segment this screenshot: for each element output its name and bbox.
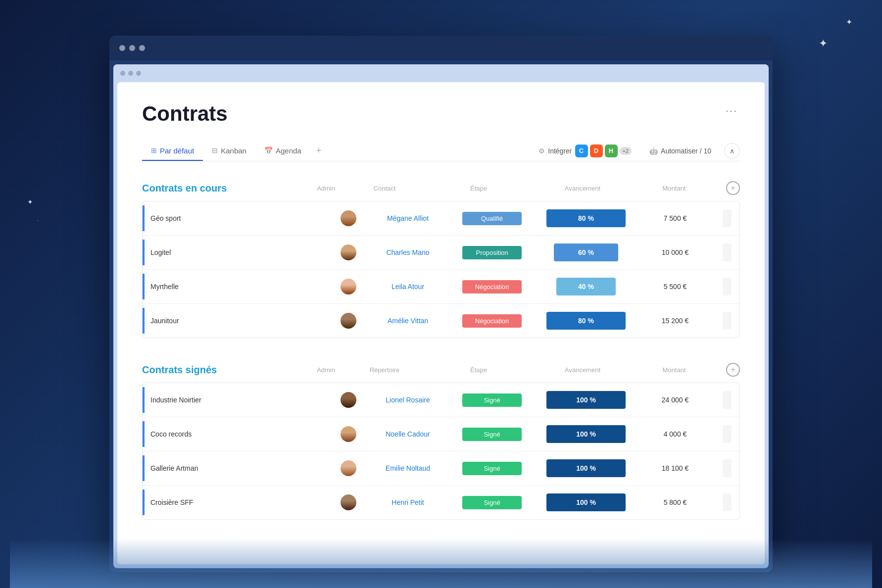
window-dot-3 — [139, 45, 145, 51]
etape-badge: Négociation — [462, 314, 522, 328]
avatar — [341, 279, 356, 294]
automatiser-button[interactable]: 🤖 Automatiser / 10 — [644, 144, 716, 158]
cell-avatar-1 — [329, 206, 368, 230]
cell-avancement-2: 60 % — [537, 240, 636, 265]
cell-name-geo-sport: Géo sport — [143, 201, 329, 235]
etape-badge: Proposition — [462, 246, 522, 259]
tab-kanban-icon: ⊟ — [212, 147, 218, 154]
col-header-avancement-2: Avancement — [533, 366, 632, 374]
cell-etape-s2: Signé — [447, 424, 537, 445]
table-row[interactable]: Géo sport Mégane Alliot Qualifié 80 % — [143, 201, 739, 236]
cell-empty-s4 — [715, 490, 739, 515]
star-decoration-2: ✦ — [819, 37, 828, 50]
cell-etape-s3: Signé — [447, 458, 537, 479]
cell-montant-s1: 24 000 € — [636, 392, 715, 408]
tab-kanban[interactable]: ⊟ Kanban — [203, 142, 255, 161]
inner-dot-2 — [128, 71, 133, 76]
col-header-admin-1: Admin — [317, 185, 335, 192]
integrer-button[interactable]: ⚙ Intégrer C D H +2 — [534, 142, 637, 160]
inner-dot-1 — [120, 71, 125, 76]
integrer-icon-h: H — [605, 145, 618, 157]
col-header-repertoire: Répertoire — [345, 366, 424, 374]
section-add-en-cours[interactable]: + — [726, 181, 740, 195]
avancement-bar: 100 % — [546, 459, 626, 477]
tab-par-defaut[interactable]: ⊞ Par défaut — [142, 142, 203, 161]
cell-contact-1[interactable]: Mégane Alliot — [368, 210, 447, 226]
table-row[interactable]: Logitel Charles Mano Proposition 60 % — [143, 236, 739, 270]
cell-contact-s2[interactable]: Noelle Cadour — [368, 426, 447, 442]
cell-etape-1: Qualifié — [447, 208, 537, 229]
table-row[interactable]: Gallerie Artman Emilie Noltaud Signé 100… — [143, 451, 739, 486]
cell-avatar-3 — [329, 275, 368, 298]
table-row[interactable]: Jaunitour Amélie Vittan Négociation 80 % — [143, 304, 739, 338]
automatiser-icon: 🤖 — [649, 147, 658, 155]
table-row[interactable]: Industrie Noirtier Lionel Rosaire Signé … — [143, 383, 739, 417]
page-header: Contrats ··· — [142, 102, 740, 126]
desktop: ✦ ✦ ✦ · Contrats ··· — [10, 10, 872, 588]
col-header-admin-2: Admin — [317, 366, 335, 374]
automatiser-label: Automatiser / 10 — [661, 147, 711, 155]
integrer-icon: ⚙ — [539, 147, 545, 155]
cell-contact-s3[interactable]: Emilie Noltaud — [368, 460, 447, 476]
cell-montant-4: 15 200 € — [636, 313, 715, 329]
cell-empty-s3 — [715, 455, 739, 481]
cell-name-logitel: Logitel — [143, 236, 329, 269]
table-row[interactable]: Croisière SFF Henri Petit Signé 100 % — [143, 486, 739, 519]
star-decoration-1: ✦ — [846, 17, 852, 27]
col-header-etape-1: Étape — [434, 185, 523, 192]
contract-name: Industrie Noirtier — [150, 396, 201, 404]
cell-avancement-4: 80 % — [537, 308, 636, 334]
more-button[interactable]: ··· — [723, 102, 740, 120]
row-indicator — [143, 274, 145, 299]
avatar — [341, 494, 356, 510]
row-indicator — [143, 205, 145, 231]
row-indicator — [143, 240, 145, 265]
tab-add-button[interactable]: + — [310, 141, 328, 161]
cell-avatar-s3 — [329, 456, 368, 480]
avancement-bar: 100 % — [546, 425, 626, 443]
cell-avancement-s3: 100 % — [537, 455, 636, 481]
page-title: Contrats — [142, 102, 228, 126]
cell-etape-2: Proposition — [447, 242, 537, 263]
contract-name: Géo sport — [150, 214, 181, 222]
cell-etape-3: Négociation — [447, 276, 537, 297]
col-header-etape-2: Étape — [434, 366, 523, 374]
star-decoration-4: · — [37, 218, 39, 223]
row-indicator — [143, 490, 145, 515]
tabs-row: ⊞ Par défaut ⊟ Kanban 📅 Agenda + — [142, 141, 740, 161]
tab-agenda[interactable]: 📅 Agenda — [255, 142, 310, 161]
cell-contact-2[interactable]: Charles Mano — [368, 245, 447, 260]
section-title-en-cours: Contrats en cours — [142, 183, 317, 194]
star-decoration-3: ✦ — [27, 198, 33, 206]
table-row[interactable]: Coco records Noelle Cadour Signé 100 % — [143, 417, 739, 451]
cell-montant-3: 5 500 € — [636, 279, 715, 294]
cell-avatar-4 — [329, 309, 368, 333]
cell-contact-s1[interactable]: Lionel Rosaire — [368, 392, 447, 408]
avancement-bar: 80 % — [546, 312, 626, 330]
table-row[interactable]: Myrthelle Leila Atour Négociation 40 % — [143, 270, 739, 304]
avancement-bar: 100 % — [546, 391, 626, 409]
collapse-button[interactable]: ∧ — [724, 143, 740, 159]
avatar — [341, 460, 356, 476]
avatar — [341, 392, 356, 408]
cell-name-industrie: Industrie Noirtier — [143, 383, 329, 417]
etape-badge: Négociation — [462, 280, 522, 294]
contract-name: Myrthelle — [150, 283, 179, 291]
row-indicator — [143, 387, 145, 413]
contract-name: Croisière SFF — [150, 498, 193, 506]
browser-window: Contrats ··· ⊞ Par défaut ⊟ Kanban 📅 — [109, 36, 773, 572]
window-dot-1 — [119, 45, 125, 51]
cell-contact-3[interactable]: Leila Atour — [368, 279, 447, 294]
section-contrats-signes: Contrats signés Admin Répertoire Étape A… — [142, 363, 740, 520]
cell-contact-4[interactable]: Amélie Vittan — [368, 313, 447, 329]
integrer-icon-d: D — [590, 145, 603, 157]
col-header-montant-1: Montant — [642, 185, 706, 192]
outer-titlebar — [109, 36, 773, 60]
cell-avancement-1: 80 % — [537, 205, 636, 231]
cell-avancement-s2: 100 % — [537, 421, 636, 447]
row-indicator — [143, 308, 145, 334]
contract-name: Jaunitour — [150, 317, 179, 325]
row-indicator — [143, 455, 145, 481]
cell-contact-s4[interactable]: Henri Petit — [368, 494, 447, 510]
section-add-signes[interactable]: + — [726, 363, 740, 377]
